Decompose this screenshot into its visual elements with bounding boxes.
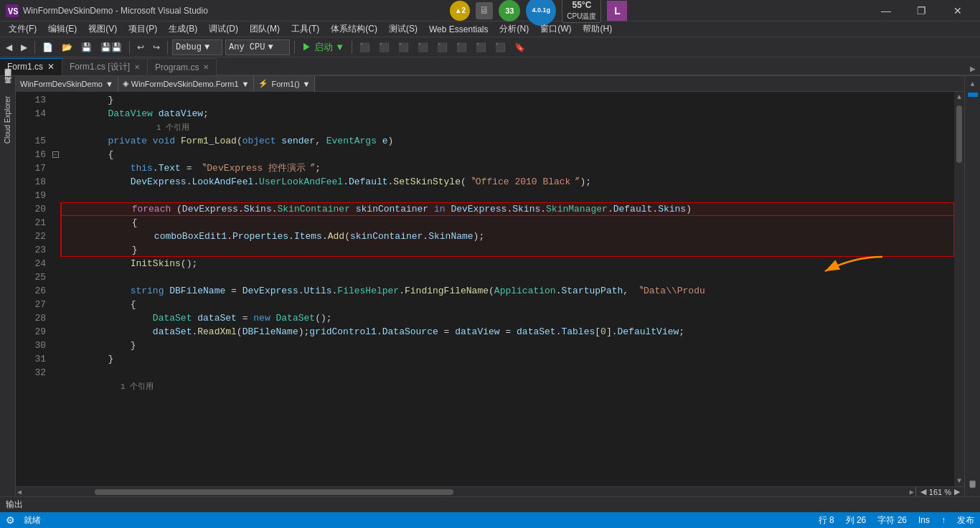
forward-button[interactable]: ▶ — [18, 39, 30, 55]
new-file-button[interactable]: 📄 — [39, 39, 56, 55]
sidebar-server-explorer[interactable]: 服务器资源管理器 — [1, 79, 14, 85]
cg-13 — [50, 93, 60, 107]
menu-analyze[interactable]: 分析(N) — [494, 22, 534, 37]
toolbar-sep-2 — [129, 41, 130, 54]
vertical-scrollbar[interactable]: ▲ ▼ — [954, 92, 964, 486]
vs-logo: VS — [6, 4, 19, 17]
ln-17: 17 — [16, 161, 46, 175]
title-text: WinFormDevSkinDemo - Microsoft Visual St… — [23, 6, 208, 16]
tab-form1-design[interactable]: Form1.cs [设计] ✕ — [62, 58, 148, 75]
toolbar-extra-6[interactable]: ⬛ — [453, 39, 470, 55]
toolbar-extra-8[interactable]: ⬛ — [492, 39, 509, 55]
toolbar-extra-7[interactable]: ⬛ — [473, 39, 489, 55]
status-left: ⚙ 就绪 — [6, 514, 41, 527]
nav-project-dropdown[interactable]: WinFormDevSkinDemo ▼ — [16, 76, 118, 92]
cg-17 — [50, 161, 60, 175]
sidebar-cloud-explorer[interactable]: Cloud Explorer — [2, 93, 13, 146]
debug-mode-dropdown[interactable]: Debug ▼ — [172, 39, 222, 55]
tab-program-cs[interactable]: Program.cs ✕ — [148, 58, 217, 75]
title-bar-controls: — ❐ ✕ — [870, 0, 974, 22]
menu-help[interactable]: 帮助(H) — [577, 22, 618, 37]
redo-button[interactable]: ↪ — [150, 39, 163, 55]
right-sidebar-scroll-up[interactable]: ▲ — [969, 79, 976, 90]
ln-24: 24 — [16, 257, 46, 270]
cpu-target-label: Any CPU — [229, 42, 265, 52]
code-line-31: } — [60, 352, 954, 366]
ln-28: 28 — [16, 311, 46, 325]
output-panel: 输出 — [0, 496, 980, 512]
ln-15: 15 — [16, 134, 46, 148]
scroll-up-arrow[interactable]: ▲ — [956, 92, 963, 103]
status-arrow-up: ↑ — [941, 515, 946, 525]
hscroll-right-arrow[interactable]: ▶ — [908, 488, 915, 496]
code-line-28: DataSet dataSet = new DataSet(); — [60, 311, 954, 325]
minimize-button[interactable]: — — [870, 0, 903, 22]
scrollbar-thumb-vertical[interactable] — [956, 105, 962, 163]
right-sidebar-marker — [968, 93, 978, 97]
zoom-level[interactable]: ◀ 161 % ▶ — [915, 487, 964, 496]
menu-arch[interactable]: 体系结构(C) — [325, 22, 383, 37]
cpu-target-dropdown[interactable]: Any CPU ▼ — [225, 39, 290, 55]
toolbar-extra-3[interactable]: ⬛ — [395, 39, 412, 55]
menu-view[interactable]: 视图(V) — [83, 22, 123, 37]
toolbar: ◀ ▶ 📄 📂 💾 💾💾 ↩ ↪ Debug ▼ Any CPU ▼ ▶ 启动 … — [0, 37, 980, 57]
scroll-down-arrow[interactable]: ▼ — [956, 476, 963, 486]
menu-file[interactable]: 文件(F) — [3, 22, 42, 37]
code-line-19 — [60, 189, 954, 202]
run-button[interactable]: ▶ 启动 ▼ — [299, 39, 347, 55]
undo-button[interactable]: ↩ — [134, 39, 147, 55]
zoom-up-btn[interactable]: ▶ — [954, 487, 960, 496]
debug-mode-label: Debug — [176, 42, 202, 52]
nav-class-dropdown[interactable]: ◈ WinFormDevSkinDemo.Form1 ▼ — [118, 76, 255, 92]
menu-web-essentials[interactable]: Web Essentials — [423, 23, 494, 36]
code-line-26: string DBFileName = DevExpress.Utils.Fil… — [60, 284, 954, 298]
user-avatar[interactable]: L — [607, 1, 627, 21]
save-all-button[interactable]: 💾💾 — [98, 39, 125, 55]
menu-window[interactable]: 窗口(W) — [534, 22, 577, 37]
menu-test[interactable]: 测试(S) — [383, 22, 423, 37]
zoom-down-btn[interactable]: ◀ — [920, 487, 926, 496]
menu-tools[interactable]: 工具(T) — [286, 22, 325, 37]
menu-edit[interactable]: 编辑(E) — [42, 22, 83, 37]
toolbar-extra-4[interactable]: ⬛ — [415, 39, 431, 55]
cg-31 — [50, 352, 60, 366]
hscroll-left-arrow[interactable]: ◀ — [16, 488, 23, 496]
open-button[interactable]: 📂 — [59, 39, 75, 55]
cg-24 — [50, 257, 60, 270]
tab-scroll-right[interactable]: ▶ — [966, 63, 980, 75]
tab-form1-cs[interactable]: Form1.cs ✕ — [0, 58, 62, 75]
toolbar-extra-5[interactable]: ⬛ — [434, 39, 451, 55]
cg-18 — [50, 175, 60, 189]
menu-debug[interactable]: 调试(D) — [203, 22, 244, 37]
left-sidebar: 服务器资源管理器 工具箱 Cloud Explorer — [0, 76, 16, 496]
back-button[interactable]: ◀ — [3, 39, 15, 55]
toolbar-sep-1 — [34, 41, 35, 54]
sidebar-toolbox[interactable]: 工具箱 — [1, 86, 14, 92]
restore-button[interactable]: ❐ — [905, 0, 938, 22]
right-sidebar-scroll-down[interactable]: ▼ — [969, 480, 976, 491]
debug-dropdown-arrow: ▼ — [204, 42, 209, 52]
ln-20: 20 — [16, 202, 46, 216]
menu-build[interactable]: 生成(B) — [163, 22, 203, 37]
toolbar-extra-1[interactable]: ⬛ — [357, 39, 373, 55]
code-line-20: foreach (DevExpress.Skins.SkinContainer … — [60, 202, 954, 216]
collapse-icon-16[interactable]: − — [52, 151, 59, 158]
cpu-mem-value: 4.0.1g — [532, 6, 551, 14]
code-content[interactable]: } DataView dataView; 1 个引用 private void … — [60, 92, 954, 486]
cg-16-collapse[interactable]: − — [50, 148, 60, 161]
save-button[interactable]: 💾 — [78, 39, 95, 55]
tab-form1-design-label: Form1.cs [设计] — [70, 61, 130, 73]
ln-30: 30 — [16, 339, 46, 352]
tab-program-cs-label: Program.cs — [155, 62, 199, 72]
ln-19: 19 — [16, 189, 46, 202]
hscroll-thumb[interactable] — [95, 489, 453, 495]
horizontal-scrollbar[interactable]: ◀ ▶ ◀ 161 % ▶ — [16, 486, 964, 496]
toolbar-extra-2[interactable]: ⬛ — [376, 39, 392, 55]
nav-member-dropdown[interactable]: ⚡ Form1() ▼ — [254, 76, 315, 92]
ln-16: 16 — [16, 148, 46, 161]
close-button[interactable]: ✕ — [941, 0, 974, 22]
toolbar-extra-9[interactable]: 🔖 — [512, 39, 528, 55]
toolbar-sep-3 — [167, 41, 168, 54]
menu-project[interactable]: 项目(P) — [123, 22, 163, 37]
menu-team[interactable]: 团队(M) — [244, 22, 286, 37]
